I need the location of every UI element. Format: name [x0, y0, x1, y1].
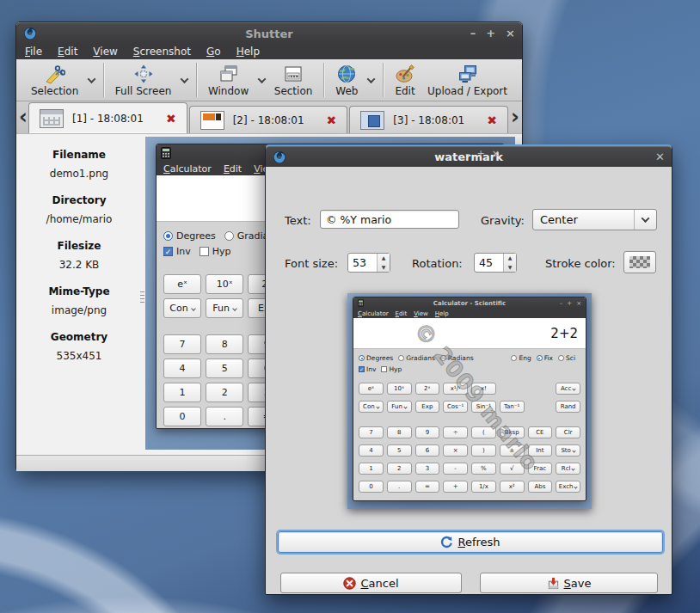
- calc-key-tan-[interactable]: Tan⁻¹: [500, 401, 525, 413]
- calc-key-rand[interactable]: Rand: [556, 401, 580, 413]
- close-button[interactable]: ×: [576, 300, 581, 307]
- calc-key-6[interactable]: 6: [415, 444, 440, 457]
- rotation-stepper[interactable]: 45 ▲▼: [474, 253, 517, 273]
- checkbox-hyp[interactable]: Hyp: [200, 246, 231, 257]
- calc-key-exch[interactable]: Exch: [556, 481, 580, 493]
- calc-key-frac[interactable]: Frac: [528, 463, 553, 475]
- tab-scroll-left-icon[interactable]: ‹: [17, 107, 29, 127]
- radio-degrees[interactable]: Degrees: [163, 230, 216, 242]
- tab-scroll-right-icon[interactable]: ›: [509, 107, 521, 127]
- calc-key-5[interactable]: 5: [206, 359, 243, 378]
- toolbar-dropdown-web[interactable]: [365, 63, 378, 97]
- tab-1[interactable]: [1] - 18:08:01✖: [28, 102, 187, 133]
- calc-key--[interactable]: √: [500, 463, 525, 475]
- maximize-button[interactable]: +: [567, 300, 572, 307]
- calc-key-sto[interactable]: Sto: [556, 444, 580, 457]
- calc-key--[interactable]: %: [471, 463, 496, 475]
- cancel-button[interactable]: Cancel: [280, 573, 462, 593]
- calc-key-5[interactable]: 5: [387, 444, 412, 457]
- menu-item-file[interactable]: File: [25, 46, 42, 58]
- checkbox-inv[interactable]: ✓Inv: [163, 246, 191, 257]
- calc-key-1[interactable]: 1: [359, 463, 384, 475]
- toolbar-dropdown-selection[interactable]: [84, 63, 98, 97]
- calc-key--[interactable]: .: [206, 407, 243, 426]
- spin-up-icon[interactable]: ▲: [504, 254, 516, 263]
- calc-key--[interactable]: (: [471, 426, 496, 438]
- pane-resize-grip[interactable]: [140, 289, 144, 303]
- calc-key-clr[interactable]: Clr: [556, 426, 580, 438]
- calc-key-7[interactable]: 7: [163, 334, 201, 354]
- menu-item-view[interactable]: View: [414, 310, 428, 317]
- menu-item-view[interactable]: View: [93, 46, 117, 58]
- menu-item-go[interactable]: Go: [206, 46, 221, 58]
- calc-key-3[interactable]: 3: [415, 463, 440, 475]
- menu-item-edit[interactable]: Edit: [396, 310, 408, 317]
- calc-key-7[interactable]: 7: [359, 426, 384, 438]
- calc-key-abs[interactable]: Abs: [528, 481, 553, 493]
- calc-key--[interactable]: .: [387, 481, 412, 493]
- toolbar-button-window[interactable]: Window: [202, 62, 255, 99]
- calc-key-8[interactable]: 8: [206, 334, 243, 354]
- toolbar-dropdown-window[interactable]: [255, 63, 268, 97]
- calculator-titlebar[interactable]: Calculator - Scientific–+×: [353, 297, 586, 309]
- calc-key-acc[interactable]: Acc: [556, 383, 580, 395]
- calc-key-bksp[interactable]: Bksp: [500, 426, 525, 438]
- calc-key--[interactable]: =: [415, 481, 440, 493]
- calc-key-x-[interactable]: x!: [471, 383, 496, 395]
- toolbar-dropdown-full-screen[interactable]: [177, 63, 191, 97]
- calc-key-10-[interactable]: 10ˣ: [387, 383, 412, 395]
- watermark-text-input[interactable]: [320, 210, 459, 229]
- calc-key-2[interactable]: 2: [387, 463, 412, 475]
- calc-key--[interactable]: ÷: [443, 426, 468, 438]
- radio-gradians[interactable]: Gradians: [398, 354, 435, 362]
- menu-item-edit[interactable]: Edit: [58, 46, 77, 58]
- radio-fix[interactable]: Fix: [537, 354, 553, 362]
- calc-key-e-[interactable]: eˣ: [359, 383, 384, 395]
- maximize-button[interactable]: +: [486, 23, 495, 44]
- calc-key-9[interactable]: 9: [415, 426, 440, 438]
- calc-key--[interactable]: ±: [500, 444, 525, 457]
- font-size-stepper[interactable]: 53 ▲▼: [347, 253, 390, 273]
- calc-key-fun[interactable]: Fun: [206, 298, 243, 318]
- gravity-select[interactable]: Center: [532, 209, 657, 230]
- tab-close-icon[interactable]: ✖: [327, 113, 337, 127]
- calc-key-1-x[interactable]: 1/x: [471, 481, 496, 493]
- calc-key--[interactable]: ×: [443, 444, 468, 457]
- minimize-button[interactable]: –: [470, 23, 476, 44]
- calc-key-4[interactable]: 4: [163, 359, 201, 378]
- radio-sci[interactable]: Sci: [558, 354, 575, 362]
- toolbar-button-section[interactable]: Section: [268, 62, 319, 99]
- stroke-color-button[interactable]: [623, 251, 656, 273]
- spin-down-icon[interactable]: ▼: [378, 263, 390, 273]
- calc-key--[interactable]: -: [443, 463, 468, 475]
- tab-3[interactable]: [3] - 18:08:01✖: [349, 106, 508, 133]
- calc-key-con[interactable]: Con: [359, 401, 384, 413]
- close-button[interactable]: ×: [506, 23, 515, 44]
- calc-key-int[interactable]: Int: [528, 444, 553, 457]
- calc-key-1[interactable]: 1: [163, 383, 201, 402]
- toolbar-button-edit[interactable]: Edit: [389, 62, 421, 99]
- toolbar-button-selection[interactable]: Selection: [25, 62, 84, 99]
- calc-key-4[interactable]: 4: [359, 444, 384, 457]
- tab-close-icon[interactable]: ✖: [487, 113, 497, 127]
- calc-key-con[interactable]: Con: [163, 298, 201, 318]
- maximize-button[interactable]: +: [477, 148, 485, 159]
- toolbar-button-full-screen[interactable]: Full Screen: [109, 62, 178, 99]
- calc-key-exp[interactable]: Exp: [415, 401, 440, 413]
- radio-degrees[interactable]: Degrees: [359, 354, 393, 362]
- calc-key-10-[interactable]: 10ˣ: [206, 274, 243, 294]
- menu-item-screenshot[interactable]: Screenshot: [133, 46, 191, 58]
- shutter-titlebar[interactable]: Shutter – + ×: [16, 22, 522, 44]
- calc-key-ce[interactable]: CE: [528, 426, 553, 438]
- calc-key-8[interactable]: 8: [387, 426, 412, 438]
- radio-radians[interactable]: Radians: [440, 354, 474, 362]
- toolbar-button-web[interactable]: Web: [329, 62, 364, 99]
- calc-key--[interactable]: ): [471, 444, 496, 457]
- radio-eng[interactable]: Eng: [511, 354, 531, 362]
- dialog-close-button[interactable]: ✕: [655, 147, 665, 168]
- calc-key-sin-[interactable]: Sin⁻¹: [471, 401, 496, 413]
- tab-close-icon[interactable]: ✖: [166, 112, 176, 126]
- tab-2[interactable]: [2] - 18:08:01✖: [189, 106, 348, 133]
- refresh-button[interactable]: Refresh: [278, 531, 663, 553]
- minimize-button[interactable]: –: [560, 300, 563, 307]
